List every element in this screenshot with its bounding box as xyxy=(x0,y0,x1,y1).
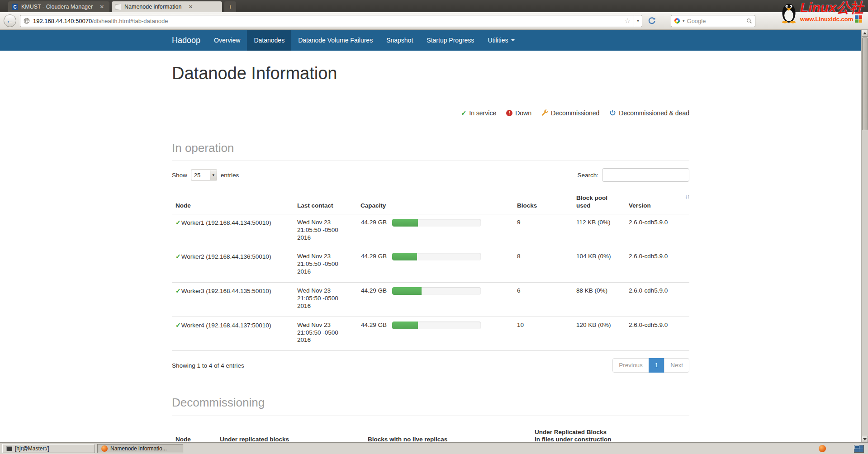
column-header-blocks-no-live-replicas[interactable]: Blocks with no live replicas xyxy=(364,422,531,443)
nav-item-utilities[interactable]: Utilities xyxy=(481,30,521,51)
column-header-last-contact[interactable]: Last contact xyxy=(294,188,357,214)
capacity-progress-fill xyxy=(392,219,418,227)
node-cell: Worker1 (192.168.44.134:50010) xyxy=(172,214,294,248)
version-cell: 2.6.0-cdh5.9.0 xyxy=(625,214,689,248)
version-cell: 2.6.0-cdh5.9.0 xyxy=(625,317,689,351)
scrollbar-up-button[interactable] xyxy=(862,30,868,37)
node-name: Worker4 (192.168.44.137:50010) xyxy=(181,322,271,329)
status-legend: In service Down Decommissioned Deco xyxy=(172,109,689,117)
back-button[interactable] xyxy=(4,14,16,27)
nav-item-overview[interactable]: Overview xyxy=(207,30,247,51)
navbar-brand-hadoop[interactable]: Hadoop xyxy=(165,30,207,51)
last-contact-cell: Wed Nov 23 21:05:50 -0500 2016 xyxy=(294,214,357,248)
browser-tab-cloudera-manager[interactable]: C KMUST - Cloudera Manager ✕ xyxy=(8,1,109,12)
column-header-node[interactable]: Node xyxy=(172,188,294,214)
desktop-taskbar: [hjr@Master:/] Namenode informatio... xyxy=(0,443,868,454)
chevron-down-icon xyxy=(511,39,515,41)
firefox-launcher-icon[interactable] xyxy=(819,445,826,452)
firefox-icon xyxy=(101,445,108,452)
capacity-cell: 44.29 GB xyxy=(357,283,513,317)
legend-label: Down xyxy=(515,109,531,117)
legend-decommissioned: Decommissioned xyxy=(541,109,599,117)
page-size-select[interactable]: 25 xyxy=(191,170,217,180)
table-controls: Show 25 entries Search: xyxy=(172,168,689,182)
capacity-progress-bar xyxy=(392,253,481,260)
node-cell: Worker3 (192.168.44.135:50010) xyxy=(172,283,294,317)
version-cell: 2.6.0-cdh5.9.0 xyxy=(625,283,689,317)
table-row: Worker2 (192.168.44.136:50010) Wed Nov 2… xyxy=(172,248,689,283)
close-icon[interactable]: ✕ xyxy=(99,4,105,10)
blocks-cell: 6 xyxy=(513,283,573,317)
magnifier-icon[interactable] xyxy=(746,18,752,24)
block-pool-used-cell: 120 KB (0%) xyxy=(573,317,625,351)
section-divider xyxy=(172,416,689,416)
search-engine-dropdown-icon[interactable] xyxy=(683,19,685,23)
bookmark-star-icon[interactable] xyxy=(625,17,631,25)
browser-tab-bar: C KMUST - Cloudera Manager ✕ Namenode in… xyxy=(0,0,868,12)
section-divider xyxy=(172,161,689,161)
url-domain: 192.168.44.140:50070 xyxy=(33,18,92,24)
taskbar-window-label: [hjr@Master:/] xyxy=(15,445,49,452)
pagination-page-1-button[interactable]: 1 xyxy=(649,358,665,373)
blocks-cell: 9 xyxy=(513,214,573,248)
column-header-block-pool-used[interactable]: Block pool used xyxy=(573,188,625,214)
block-pool-used-cell: 112 KB (0%) xyxy=(573,214,625,248)
linuxidc-watermark: Linux公社 www.Linuxidc.com xyxy=(779,1,863,25)
nav-item-label: Utilities xyxy=(488,37,508,44)
column-header-version[interactable]: Version xyxy=(625,188,689,214)
cloudera-favicon-icon: C xyxy=(12,4,18,10)
search-input[interactable] xyxy=(602,168,689,182)
nav-item-startup-progress[interactable]: Startup Progress xyxy=(420,30,481,51)
entries-summary: Showing 1 to 4 of 4 entries xyxy=(172,362,244,369)
node-name: Worker1 (192.168.44.134:50010) xyxy=(181,219,271,226)
column-header-under-replicated-in-construction[interactable]: Under Replicated Blocks In files under c… xyxy=(531,422,689,443)
column-header-node[interactable]: Node xyxy=(172,422,216,443)
blocks-cell: 10 xyxy=(513,317,573,351)
browser-navigation-toolbar: 192.168.44.140:50070/dfshealth.html#tab-… xyxy=(0,12,868,30)
nav-item-datanode-volume-failures[interactable]: Datanode Volume Failures xyxy=(291,30,379,51)
nav-item-snapshot[interactable]: Snapshot xyxy=(379,30,420,51)
url-dropdown-icon[interactable] xyxy=(634,15,642,27)
column-header-blocks[interactable]: Blocks xyxy=(513,188,573,214)
datanodes-table: Node Last contact Capacity Blocks Block … xyxy=(172,188,689,351)
arrow-up-icon xyxy=(863,32,867,34)
version-cell: 2.6.0-cdh5.9.0 xyxy=(625,248,689,283)
close-icon[interactable]: ✕ xyxy=(187,4,194,10)
column-header-under-replicated-blocks[interactable]: Under replicated blocks xyxy=(216,422,364,443)
taskbar-window-firefox[interactable]: Namenode informatio... xyxy=(97,444,183,453)
new-tab-button[interactable]: + xyxy=(224,1,236,12)
capacity-cell: 44.29 GB xyxy=(357,214,513,248)
url-path: /dfshealth.html#tab-datanode xyxy=(92,18,168,24)
column-header-capacity[interactable]: Capacity xyxy=(357,188,513,214)
check-icon xyxy=(175,253,181,260)
pagination-next-button[interactable]: Next xyxy=(664,358,689,373)
taskbar-window-terminal[interactable]: [hjr@Master:/] xyxy=(2,444,95,453)
select-arrow-icon[interactable] xyxy=(210,170,217,180)
workspace-switcher[interactable] xyxy=(854,445,864,453)
legend-label: In service xyxy=(469,109,496,117)
check-icon xyxy=(461,109,467,117)
browser-tab-namenode-information[interactable]: Namenode information ✕ xyxy=(112,1,222,12)
pagination-previous-button[interactable]: Previous xyxy=(612,358,649,373)
terminal-icon xyxy=(6,446,12,451)
block-pool-used-cell: 88 KB (0%) xyxy=(573,283,625,317)
nav-item-datanodes[interactable]: Datanodes xyxy=(247,30,291,51)
scrollbar-thumb[interactable] xyxy=(862,38,868,130)
wrench-icon xyxy=(541,109,548,116)
globe-icon xyxy=(24,18,30,24)
sort-icon[interactable] xyxy=(685,194,689,200)
search-engine-box[interactable]: Google xyxy=(671,15,755,27)
browser-viewport: Hadoop Overview Datanodes Datanode Volum… xyxy=(0,30,868,443)
check-icon xyxy=(175,322,181,329)
table-row: Worker3 (192.168.44.135:50010) Wed Nov 2… xyxy=(172,283,689,317)
vertical-scrollbar[interactable] xyxy=(861,30,868,443)
page-title: Datanode Information xyxy=(172,64,689,83)
url-bar[interactable]: 192.168.44.140:50070/dfshealth.html#tab-… xyxy=(20,15,642,27)
section-heading-decommissioning: Decommissioning xyxy=(172,396,689,409)
show-label: Show xyxy=(172,172,187,179)
scrollbar-down-button[interactable] xyxy=(862,436,868,443)
legend-decommissioned-dead: Decommissioned & dead xyxy=(609,109,689,117)
table-row: Worker1 (192.168.44.134:50010) Wed Nov 2… xyxy=(172,214,689,248)
reload-button[interactable] xyxy=(646,15,658,27)
capacity-cell: 44.29 GB xyxy=(357,317,513,351)
